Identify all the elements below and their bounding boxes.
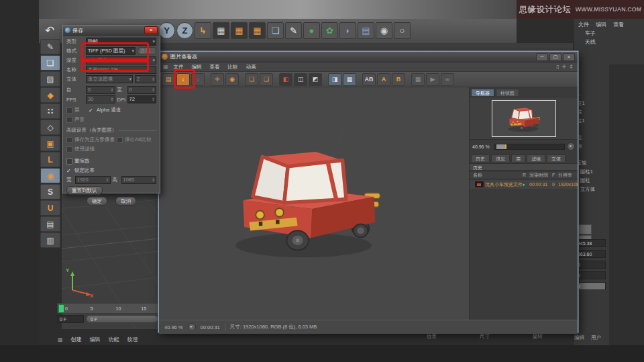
from-field[interactable]: 0 (86, 86, 115, 94)
filmstrip-icon[interactable]: ▦ (411, 73, 425, 86)
current-frame-field[interactable]: 0 F (57, 315, 84, 323)
attribute-item[interactable]: 称 (577, 142, 595, 150)
material-menu-item[interactable]: 创建 (71, 336, 82, 343)
side-tab[interactable]: 立体 (547, 154, 566, 162)
loop-icon[interactable]: ∞ (441, 73, 454, 86)
points-mode-icon[interactable]: ∷ (40, 103, 60, 119)
compare-vertical-icon[interactable]: ◫ (294, 73, 307, 86)
attribute-item[interactable]: 柱 (577, 107, 595, 116)
pv-menu-item[interactable]: 文件 (170, 64, 188, 71)
attribute-item[interactable]: 立方体 (577, 185, 595, 193)
object-item[interactable]: 天线 (585, 38, 596, 46)
timeline-ruler[interactable]: 051015 (57, 303, 160, 314)
save-dialog-titlebar[interactable]: 保存 × (63, 26, 160, 36)
enable-axis-icon[interactable]: L (40, 152, 60, 167)
y-axis-lock-icon[interactable]: Y (158, 22, 175, 39)
zoom-slider[interactable] (494, 144, 565, 150)
side-tab[interactable]: 层 (511, 154, 525, 162)
render-picture-viewer-icon[interactable]: ▦ (231, 22, 248, 39)
cancel-button[interactable]: 取消 (115, 197, 136, 206)
metaball-icon[interactable]: ◗ (339, 22, 356, 39)
swatch[interactable] (577, 224, 592, 234)
lock-ratio-checkbox[interactable]: ✓ (66, 169, 72, 173)
floor-icon[interactable]: ▤ (358, 22, 374, 39)
compare-onion-icon[interactable]: ◩ (309, 73, 322, 86)
coordinate-system-icon[interactable]: ↳ (195, 22, 211, 39)
zoom-slider-handle[interactable] (496, 144, 506, 149)
tab-histogram[interactable]: 柱状图 (496, 89, 519, 96)
attribute-item[interactable]: 柱1 (577, 99, 595, 107)
alpha-checkbox[interactable]: ✓ (89, 108, 95, 113)
compare-ab-split-icon[interactable]: ◧ (279, 73, 292, 86)
stereo-select[interactable]: 单立体图像 (86, 75, 133, 83)
material-menu-item[interactable]: 编辑 (90, 336, 101, 343)
edges-mode-icon[interactable]: ◇ (40, 120, 60, 135)
object-manager-menu-item[interactable]: 查看 (613, 21, 624, 28)
stereo-count-stepper[interactable]: 2 (135, 75, 156, 83)
picture-viewer-titlebar[interactable]: 图片查看器 ─▢× (159, 52, 578, 62)
pv-menu-item[interactable]: 查看 (206, 64, 224, 71)
move-tool-icon[interactable]: ✛ (211, 73, 224, 86)
move-panel-icon[interactable]: ✛ (562, 64, 567, 70)
to-field[interactable]: 0 (127, 86, 157, 94)
render-canvas[interactable] (159, 87, 470, 320)
format-select[interactable]: TIFF (PSD 图层) (86, 47, 136, 55)
col-render-time[interactable]: 渲染时间 (529, 172, 552, 179)
material-menu-item[interactable]: 功能 (109, 336, 119, 343)
reset-default-button[interactable]: 重置到默认 (66, 186, 103, 195)
object-manager-menu-item[interactable]: 编辑 (596, 21, 606, 28)
set-b-icon[interactable]: B (392, 73, 405, 86)
object-manager-menu-item[interactable]: 文件 (578, 21, 589, 28)
zoom-tool-icon[interactable]: ◉ (225, 73, 239, 86)
rescale-checkbox[interactable] (66, 159, 72, 165)
pv-menu-item[interactable]: 比较 (224, 64, 242, 71)
render-view-icon[interactable]: ▦ (213, 22, 229, 39)
height-field[interactable]: 1080 (121, 176, 157, 184)
type-select[interactable]: 静帧 (86, 38, 156, 46)
ab-compare-checkbox[interactable] (117, 137, 123, 143)
z-axis-lock-icon[interactable]: Z (176, 22, 193, 39)
pv-menu-item[interactable]: 动画 (242, 64, 260, 71)
set-a-icon[interactable]: A (377, 73, 390, 86)
col-name[interactable]: 名称 (470, 172, 523, 179)
layer-stack-icon[interactable]: ❏ (260, 73, 273, 86)
col-r[interactable]: R (523, 172, 529, 179)
lock-workplane-icon[interactable]: ▤ (40, 216, 60, 232)
texture-mode-icon[interactable]: ▨ (40, 71, 60, 87)
spline-pen-icon[interactable]: ✎ (285, 22, 302, 39)
layer-single-icon[interactable]: ❏ (245, 73, 258, 86)
material-menu-item[interactable]: 纹理 (127, 336, 138, 343)
maximize-button[interactable]: ▢ (549, 53, 561, 61)
name-field[interactable]: 名称0000.TIF (86, 66, 156, 74)
attribute-item[interactable]: 车轮 (577, 159, 595, 167)
history-row[interactable]: 玩具小车预览文件 * ● 00:00:31 0 1920x1080 (470, 180, 578, 189)
minimize-button[interactable]: ─ (536, 53, 548, 61)
layers-checkbox[interactable] (66, 107, 72, 114)
make-editable-icon[interactable]: ✎ (40, 39, 60, 54)
workplane-snap-icon[interactable]: ▥ (40, 232, 60, 248)
save-all-disabled-icon[interactable]: ↓ (191, 73, 205, 86)
attribute-item[interactable]: 圆柱 (577, 176, 595, 185)
frame-slider[interactable]: 0 F (86, 315, 158, 323)
dialog-close-button[interactable]: × (144, 26, 158, 34)
subdivision-surface-icon[interactable]: ● (303, 22, 320, 39)
dock-panel-icon[interactable]: ▯ (556, 64, 559, 70)
attribute-item[interactable]: 柱 (577, 133, 595, 142)
stereo-interlaced-icon[interactable]: ▦ (343, 73, 356, 86)
generator-icon[interactable]: ✿ (321, 22, 338, 39)
ab-compare-icon[interactable]: AB (362, 73, 376, 86)
camera-icon[interactable]: ◉ (376, 22, 392, 39)
magnet-icon[interactable]: U (40, 200, 60, 216)
attribute-item[interactable]: 1 (577, 90, 595, 99)
pv-menu-item[interactable]: 编辑 (188, 64, 206, 71)
play-animation-icon[interactable]: ▶ (426, 73, 439, 86)
light-icon[interactable]: ○ (394, 22, 411, 39)
side-tab[interactable]: 滤镜 (527, 154, 545, 162)
col-resolution[interactable]: 分辨率 (558, 172, 578, 179)
attribute-item[interactable]: 柱1 (577, 116, 595, 125)
object-item[interactable]: 车子 (585, 30, 596, 37)
scale-panel-icon[interactable]: ⇕ (569, 64, 574, 70)
model-mode-icon[interactable]: ❏ (40, 55, 60, 71)
side-tab[interactable]: 信息 (491, 154, 510, 162)
add-cube-icon[interactable]: ❏ (267, 22, 284, 39)
